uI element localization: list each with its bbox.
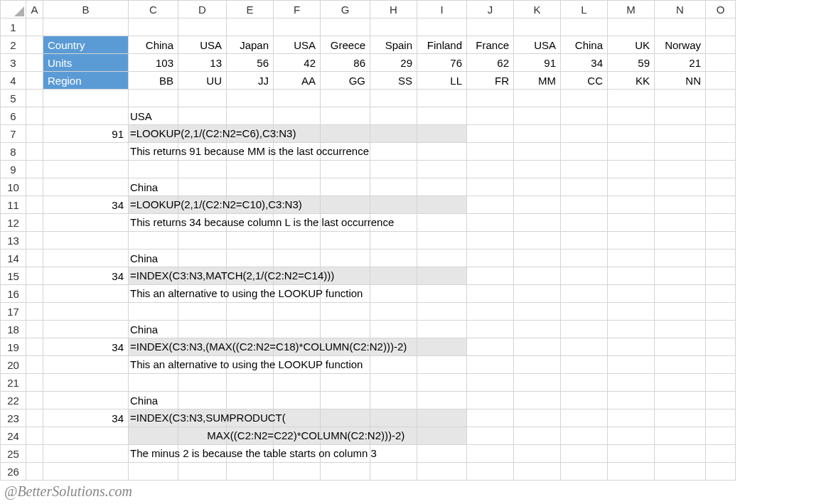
cell[interactable] xyxy=(655,214,706,232)
cell[interactable] xyxy=(514,161,561,178)
cell[interactable] xyxy=(178,90,227,107)
cell[interactable] xyxy=(274,250,321,267)
cell[interactable]: Spain xyxy=(370,36,417,54)
cell[interactable] xyxy=(514,232,561,250)
cell[interactable] xyxy=(514,143,561,161)
cell[interactable] xyxy=(706,250,736,267)
cell[interactable] xyxy=(129,90,178,107)
cell[interactable] xyxy=(370,125,417,143)
cell[interactable] xyxy=(417,303,467,321)
cell[interactable] xyxy=(706,409,736,427)
cell[interactable] xyxy=(608,143,655,161)
cell[interactable] xyxy=(608,196,655,214)
cell[interactable] xyxy=(608,267,655,285)
cell-result[interactable]: 34 xyxy=(43,338,129,356)
cell[interactable] xyxy=(274,161,321,178)
cell[interactable] xyxy=(417,445,467,463)
cell[interactable] xyxy=(467,321,514,338)
cell[interactable] xyxy=(227,232,274,250)
cell[interactable] xyxy=(274,303,321,321)
cell[interactable] xyxy=(178,321,227,338)
cell[interactable]: 91 xyxy=(514,54,561,72)
cell[interactable] xyxy=(26,161,43,178)
cell[interactable] xyxy=(129,463,178,481)
cell[interactable] xyxy=(706,107,736,125)
cell[interactable] xyxy=(417,250,467,267)
cell[interactable] xyxy=(274,392,321,409)
cell[interactable] xyxy=(178,303,227,321)
cell[interactable] xyxy=(561,267,608,285)
cell[interactable] xyxy=(178,392,227,409)
cell[interactable]: 29 xyxy=(370,54,417,72)
cell[interactable] xyxy=(608,356,655,374)
cell[interactable] xyxy=(608,178,655,196)
cell[interactable] xyxy=(417,178,467,196)
cell[interactable] xyxy=(514,338,561,356)
cell[interactable] xyxy=(274,178,321,196)
cell[interactable] xyxy=(608,338,655,356)
cell[interactable] xyxy=(706,196,736,214)
row-header[interactable]: 3 xyxy=(1,54,26,72)
cell[interactable] xyxy=(321,409,370,427)
cell[interactable] xyxy=(706,54,736,72)
cell[interactable] xyxy=(467,356,514,374)
cell[interactable] xyxy=(706,303,736,321)
cell[interactable] xyxy=(706,463,736,481)
cell[interactable] xyxy=(706,427,736,445)
cell[interactable] xyxy=(26,125,43,143)
cell[interactable] xyxy=(561,143,608,161)
row-header[interactable]: 19 xyxy=(1,338,26,356)
cell[interactable]: FR xyxy=(467,72,514,90)
cell[interactable] xyxy=(561,232,608,250)
cell[interactable] xyxy=(26,214,43,232)
cell[interactable]: 13 xyxy=(178,54,227,72)
cell[interactable] xyxy=(26,250,43,267)
cell[interactable] xyxy=(467,338,514,356)
cell[interactable]: Greece xyxy=(321,36,370,54)
cell[interactable] xyxy=(706,72,736,90)
cell[interactable] xyxy=(706,392,736,409)
row-header[interactable]: 16 xyxy=(1,285,26,303)
col-header[interactable]: E xyxy=(227,1,274,18)
cell[interactable]: CC xyxy=(561,72,608,90)
cell[interactable] xyxy=(227,392,274,409)
cell[interactable] xyxy=(26,178,43,196)
col-header[interactable]: M xyxy=(608,1,655,18)
cell[interactable] xyxy=(417,90,467,107)
cell[interactable] xyxy=(514,392,561,409)
row-header[interactable]: 21 xyxy=(1,374,26,392)
cell[interactable] xyxy=(274,232,321,250)
cell-formula[interactable]: =INDEX(C3:N3,MATCH(2,1/(C2:N2=C14))) xyxy=(129,267,178,285)
cell[interactable] xyxy=(43,250,129,267)
cell-formula[interactable]: =INDEX(C3:N3,SUMPRODUCT( xyxy=(129,409,178,427)
cell[interactable]: China xyxy=(129,250,178,267)
cell[interactable] xyxy=(227,303,274,321)
cell[interactable] xyxy=(608,161,655,178)
cell[interactable]: France xyxy=(467,36,514,54)
cell[interactable] xyxy=(370,18,417,36)
cell[interactable] xyxy=(514,214,561,232)
cell[interactable] xyxy=(26,303,43,321)
cell[interactable] xyxy=(43,214,129,232)
cell[interactable] xyxy=(43,107,129,125)
row-header[interactable]: 5 xyxy=(1,90,26,107)
cell[interactable] xyxy=(321,107,370,125)
cell[interactable] xyxy=(178,178,227,196)
cell[interactable] xyxy=(26,267,43,285)
cell[interactable] xyxy=(655,232,706,250)
cell[interactable] xyxy=(608,463,655,481)
cell[interactable] xyxy=(26,374,43,392)
cell[interactable]: 56 xyxy=(227,54,274,72)
cell[interactable] xyxy=(561,321,608,338)
cell[interactable] xyxy=(274,463,321,481)
cell[interactable] xyxy=(706,374,736,392)
cell-result[interactable]: 34 xyxy=(43,409,129,427)
cell[interactable]: China xyxy=(561,36,608,54)
cell[interactable]: JJ xyxy=(227,72,274,90)
cell-result[interactable]: 34 xyxy=(43,267,129,285)
cell[interactable] xyxy=(43,90,129,107)
cell[interactable] xyxy=(655,161,706,178)
cell[interactable] xyxy=(43,374,129,392)
cell[interactable] xyxy=(321,374,370,392)
cell[interactable] xyxy=(417,214,467,232)
